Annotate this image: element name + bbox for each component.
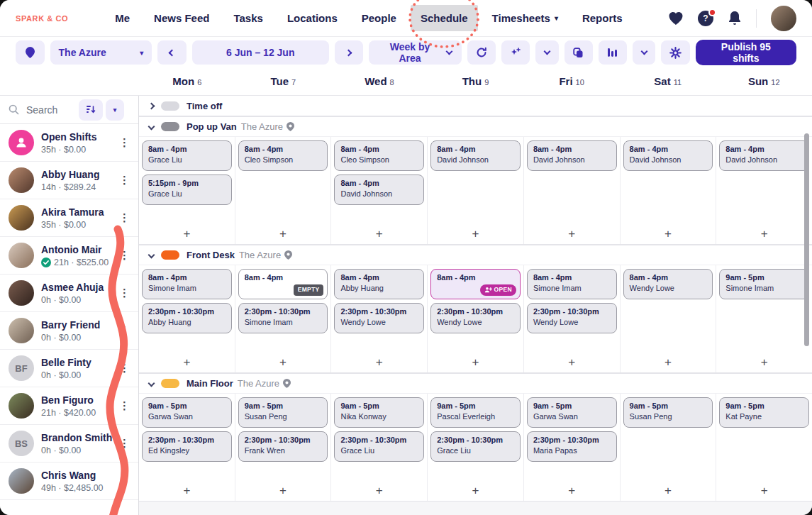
auto-fill-caret-button[interactable] bbox=[535, 40, 559, 65]
shift-card[interactable]: 9am - 5pmNika Konway bbox=[334, 397, 424, 428]
kebab-menu-button[interactable]: ⋮ bbox=[116, 172, 133, 188]
shift-card[interactable]: 8am - 4pmWendy Lowe bbox=[623, 269, 713, 299]
prev-week-button[interactable] bbox=[157, 40, 187, 65]
add-shift-button[interactable]: + bbox=[623, 484, 713, 498]
add-shift-button[interactable]: + bbox=[238, 356, 328, 370]
shift-card[interactable]: 9am - 5pmPascal Everleigh bbox=[430, 397, 521, 428]
location-pin-button[interactable] bbox=[16, 40, 45, 65]
nav-item-people[interactable]: People bbox=[352, 5, 406, 31]
shift-card[interactable]: 9am - 5pmKat Payne bbox=[719, 397, 809, 428]
nav-item-news-feed[interactable]: News Feed bbox=[144, 5, 219, 31]
nav-item-schedule[interactable]: Schedule bbox=[411, 5, 478, 31]
location-select[interactable]: The Azure ▾ bbox=[50, 40, 152, 65]
shift-card[interactable]: 9am - 5pmSusan Peng bbox=[623, 397, 713, 428]
add-shift-button[interactable]: + bbox=[142, 356, 232, 370]
kebab-menu-button[interactable]: ⋮ bbox=[116, 285, 133, 301]
help-icon[interactable]: ? bbox=[698, 11, 713, 26]
add-shift-button[interactable]: + bbox=[430, 228, 521, 241]
nav-item-tasks[interactable]: Tasks bbox=[223, 5, 272, 31]
nav-item-me[interactable]: Me bbox=[105, 5, 140, 31]
shift-card[interactable]: 2:30pm - 10:30pmSimone Imam bbox=[238, 303, 328, 333]
add-shift-button[interactable]: + bbox=[719, 356, 809, 370]
shift-card[interactable]: 8am - 4pmEMPTY bbox=[238, 269, 328, 299]
section-header-pop-up-van[interactable]: Pop up VanThe Azure bbox=[139, 116, 812, 137]
shift-card[interactable]: 2:30pm - 10:30pmWendy Lowe bbox=[527, 303, 617, 333]
shift-card[interactable]: 2:30pm - 10:30pmAbby Huang bbox=[142, 303, 232, 333]
kebab-menu-button[interactable]: ⋮ bbox=[116, 248, 133, 263]
person-row-abby-huang[interactable]: Abby Huang14h · $289.24⋮ bbox=[0, 162, 138, 199]
add-shift-button[interactable]: + bbox=[334, 484, 424, 498]
person-row-chris-wang[interactable]: Chris Wang49h · $2,485.00⋮ bbox=[0, 463, 138, 500]
nav-item-timesheets[interactable]: Timesheets▾ bbox=[482, 5, 568, 31]
shift-card[interactable]: 9am - 5pmSimone Imam bbox=[719, 269, 809, 299]
notifications-bell-icon[interactable] bbox=[728, 11, 742, 26]
person-row-asmee-ahuja[interactable]: Asmee Ahuja0h · $0.00⋮ bbox=[0, 275, 138, 312]
auto-fill-button[interactable] bbox=[501, 40, 530, 65]
kebab-menu-button[interactable]: ⋮ bbox=[116, 473, 133, 489]
shift-card[interactable]: 8am - 4pmDavid Johnson bbox=[527, 140, 617, 171]
shift-card[interactable]: 8am - 4pmDavid Johnson bbox=[430, 140, 521, 171]
nav-item-reports[interactable]: Reports bbox=[572, 5, 633, 31]
kebab-menu-button[interactable]: ⋮ bbox=[116, 360, 133, 376]
shift-card[interactable]: 8am - 4pmDavid Johnson bbox=[623, 140, 713, 171]
settings-gear-button[interactable] bbox=[661, 40, 689, 65]
kebab-menu-button[interactable]: ⋮ bbox=[116, 210, 133, 226]
sort-button[interactable] bbox=[79, 99, 103, 121]
shift-card[interactable]: 9am - 5pmSusan Peng bbox=[238, 397, 328, 428]
shift-card[interactable]: 9am - 5pmGarwa Swan bbox=[527, 397, 617, 428]
kebab-menu-button[interactable]: ⋮ bbox=[116, 398, 133, 414]
shift-card[interactable]: 9am - 5pmGarwa Swan bbox=[142, 397, 232, 428]
add-shift-button[interactable]: + bbox=[623, 228, 713, 241]
person-row-belle-finty[interactable]: BFBelle Finty0h · $0.00⋮ bbox=[0, 350, 138, 387]
add-shift-button[interactable]: + bbox=[527, 484, 617, 498]
person-row-brandon-smith[interactable]: BSBrandon Smith0h · $0.00⋮ bbox=[0, 425, 138, 463]
view-mode-select[interactable]: Week by Area bbox=[369, 40, 461, 65]
copy-button[interactable] bbox=[564, 40, 593, 65]
shift-card[interactable]: 8am - 4pmCleo Simpson bbox=[334, 140, 424, 171]
section-header-main-floor[interactable]: Main FloorThe Azure bbox=[139, 373, 812, 394]
shift-card[interactable]: 8am - 4pmSimone Imam bbox=[142, 269, 232, 299]
person-row-ben-figuro[interactable]: Ben Figuro21h · $420.00⋮ bbox=[0, 387, 138, 425]
shift-card[interactable]: 2:30pm - 10:30pmFrank Wren bbox=[238, 431, 328, 462]
shift-card[interactable]: 2:30pm - 10:30pmWendy Lowe bbox=[334, 303, 424, 333]
shift-card[interactable]: 8am - 4pmAbby Huang bbox=[334, 269, 424, 299]
add-shift-button[interactable]: + bbox=[238, 228, 328, 241]
add-shift-button[interactable]: + bbox=[527, 228, 617, 241]
shift-card[interactable]: 2:30pm - 10:30pmGrace Liu bbox=[430, 431, 521, 462]
add-shift-button[interactable]: + bbox=[142, 228, 232, 241]
brand-logo[interactable]: SPARK & CO bbox=[16, 14, 68, 23]
person-row-antonio-mair[interactable]: Antonio Mair21h · $525.00⋮ bbox=[0, 237, 138, 275]
vertical-scrollbar[interactable] bbox=[804, 133, 809, 346]
add-shift-button[interactable]: + bbox=[334, 356, 424, 370]
user-avatar[interactable] bbox=[771, 6, 796, 31]
stats-button[interactable] bbox=[599, 40, 627, 65]
add-shift-button[interactable]: + bbox=[334, 228, 424, 241]
kebab-menu-button[interactable]: ⋮ bbox=[116, 135, 133, 150]
add-shift-button[interactable]: + bbox=[142, 484, 232, 498]
section-header-front-desk[interactable]: Front DeskThe Azure bbox=[139, 245, 812, 265]
next-week-button[interactable] bbox=[335, 40, 364, 65]
shift-card[interactable]: 8am - 4pmDavid Johnson bbox=[719, 140, 809, 171]
search-input[interactable] bbox=[26, 104, 76, 116]
timeoff-row[interactable]: Time off bbox=[139, 96, 812, 116]
shift-card[interactable]: 8am - 4pmGrace Liu bbox=[142, 140, 232, 171]
sort-options-button[interactable]: ▾ bbox=[106, 99, 124, 121]
add-shift-button[interactable]: + bbox=[719, 484, 809, 498]
stats-caret-button[interactable] bbox=[633, 40, 656, 65]
shift-card[interactable]: 8am - 4pmCleo Simpson bbox=[238, 140, 328, 171]
date-range-button[interactable]: 6 Jun – 12 Jun bbox=[192, 40, 329, 65]
shift-card[interactable]: 8am - 4pmDavid Johnson bbox=[334, 175, 424, 205]
shift-card[interactable]: 2:30pm - 10:30pmMaria Papas bbox=[527, 431, 617, 462]
add-shift-button[interactable]: + bbox=[238, 484, 328, 498]
shift-card[interactable]: 8am - 4pmSimone Imam bbox=[527, 269, 617, 299]
kebab-menu-button[interactable]: ⋮ bbox=[116, 323, 133, 338]
add-shift-button[interactable]: + bbox=[623, 356, 713, 370]
nav-item-locations[interactable]: Locations bbox=[277, 5, 347, 31]
add-shift-button[interactable]: + bbox=[527, 356, 617, 370]
publish-shifts-button[interactable]: Publish 95 shifts bbox=[696, 40, 796, 65]
person-row-open-shifts[interactable]: Open Shifts35h · $0.00⋮ bbox=[0, 124, 138, 162]
add-shift-button[interactable]: + bbox=[430, 484, 521, 498]
refresh-button[interactable] bbox=[467, 40, 496, 65]
add-shift-button[interactable]: + bbox=[719, 228, 809, 241]
shift-card[interactable]: 5:15pm - 9pmGrace Liu bbox=[142, 175, 232, 205]
